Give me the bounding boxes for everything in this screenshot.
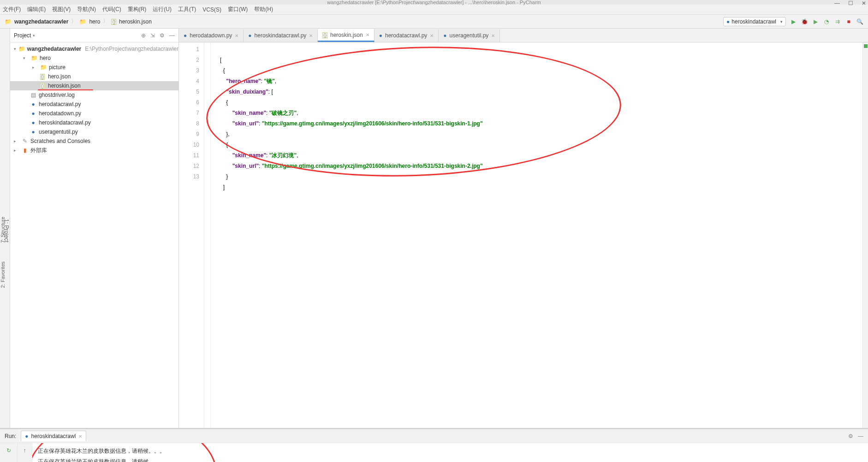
close-icon[interactable]: ✕ bbox=[366, 32, 369, 37]
run-toolbar-left2: ↑ ↓ ↩ ⤓ 🖶 🗑 bbox=[18, 443, 32, 462]
tree-file[interactable]: heroskindatacrawl.py bbox=[10, 118, 178, 127]
project-tree: ▾ wangzhedatacrawler E:\PythonProject\wa… bbox=[10, 42, 178, 157]
tab-label: herodatadown.py bbox=[190, 32, 232, 39]
menu-code[interactable]: 代码(C) bbox=[102, 6, 121, 13]
menu-refactor[interactable]: 重构(R) bbox=[128, 6, 147, 13]
stop-icon[interactable]: ■ bbox=[845, 18, 852, 25]
project-pane-title: Project bbox=[14, 32, 31, 39]
tree-label: ghostdriver.log bbox=[39, 92, 75, 98]
menu-navigate[interactable]: 导航(N) bbox=[77, 6, 96, 13]
close-icon[interactable]: ✕ bbox=[430, 33, 434, 38]
menu-vcs[interactable]: VCS(S) bbox=[202, 6, 221, 13]
window-title: wangzhedatacrawler [E:\PythonProject\wan… bbox=[327, 0, 541, 5]
search-icon[interactable]: 🔍 bbox=[856, 18, 863, 25]
tree-folder-hero[interactable]: ▾ hero bbox=[10, 53, 178, 63]
tree-extlib[interactable]: ▸ 外部库 bbox=[10, 146, 178, 155]
run-tab-label: heroskindatacrawl bbox=[31, 433, 76, 439]
run-icon[interactable]: ▶ bbox=[790, 18, 797, 25]
tree-folder-picture[interactable]: ▸ picture bbox=[10, 63, 178, 72]
tree-file[interactable]: ghostdriver.log bbox=[10, 90, 178, 100]
debug-icon[interactable]: 🐞 bbox=[801, 18, 808, 25]
locate-icon[interactable]: ⊕ bbox=[141, 32, 146, 39]
tree-file[interactable]: herodatacrawl.py bbox=[10, 100, 178, 109]
editor[interactable]: 12345678910111213 [ { "hero_name": "镜", … bbox=[179, 42, 868, 428]
tree-label: Scratches and Consoles bbox=[30, 138, 90, 144]
structure-toolwindow-tab[interactable]: 7: Structure bbox=[0, 217, 10, 243]
tree-file-heroskin[interactable]: heroskin.json bbox=[10, 81, 178, 90]
folder-icon bbox=[79, 18, 86, 25]
up-icon[interactable]: ↑ bbox=[20, 446, 30, 455]
close-icon[interactable]: ✕ bbox=[491, 33, 495, 38]
tree-file[interactable]: herodatadown.py bbox=[10, 109, 178, 118]
chevron-right-icon: 〉 bbox=[103, 18, 108, 25]
gear-icon[interactable]: ⚙ bbox=[848, 433, 853, 439]
python-icon bbox=[30, 128, 37, 136]
json-icon bbox=[39, 73, 46, 80]
menu-window[interactable]: 窗口(W) bbox=[228, 6, 248, 13]
favorites-toolwindow-tab[interactable]: 2: Favorites bbox=[0, 261, 10, 288]
close-icon[interactable]: ✕ bbox=[235, 33, 238, 38]
chevron-right-icon: ▸ bbox=[32, 65, 38, 70]
console-line: 正在保存英雄兰陵王的皮肤数据信息，请稍候。。。 bbox=[38, 456, 862, 462]
down-icon[interactable]: ↓ bbox=[20, 459, 30, 462]
concurrency-icon[interactable]: ⇉ bbox=[834, 18, 841, 25]
tab-herodatadown[interactable]: herodatadown.py✕ bbox=[179, 29, 244, 42]
tree-label: herodatadown.py bbox=[39, 110, 81, 117]
tree-file[interactable]: hero.json bbox=[10, 72, 178, 81]
line-number-gutter: 12345678910111213 bbox=[179, 42, 204, 428]
menu-view[interactable]: 视图(V) bbox=[52, 6, 71, 13]
navigation-bar: wangzhedatacrawler 〉 hero 〉 heroskin.jso… bbox=[0, 15, 868, 29]
breadcrumb-project[interactable]: wangzhedatacrawler bbox=[14, 18, 68, 25]
breadcrumb: wangzhedatacrawler 〉 hero 〉 heroskin.jso… bbox=[0, 18, 156, 25]
folder-icon bbox=[30, 54, 38, 62]
scratch-icon bbox=[21, 137, 29, 145]
close-icon[interactable]: ✕ bbox=[78, 434, 82, 439]
folder-icon bbox=[40, 64, 47, 71]
close-icon[interactable]: ✕ bbox=[309, 33, 313, 38]
tab-label: herodatacrawl.py bbox=[385, 32, 427, 39]
error-stripe[interactable] bbox=[862, 42, 868, 428]
menu-file[interactable]: 文件(F) bbox=[3, 6, 21, 13]
run-tab[interactable]: heroskindatacrawl ✕ bbox=[21, 431, 86, 441]
coverage-icon[interactable]: ▶ bbox=[812, 18, 819, 25]
menu-run[interactable]: 运行(U) bbox=[153, 6, 172, 13]
tab-heroskindatacrawl[interactable]: heroskindatacrawl.py✕ bbox=[244, 29, 318, 42]
minimize-button[interactable]: — bbox=[834, 0, 840, 6]
python-icon bbox=[184, 32, 187, 39]
breadcrumb-folder[interactable]: hero bbox=[89, 18, 100, 25]
code-content[interactable]: [ { "hero_name": "镜", "skin_duixiang": [… bbox=[211, 42, 862, 428]
tree-label: useragentutil.py bbox=[39, 129, 78, 135]
menu-tools[interactable]: 工具(T) bbox=[178, 6, 196, 13]
profile-icon[interactable]: ◔ bbox=[823, 18, 830, 25]
library-icon bbox=[21, 147, 29, 154]
python-icon bbox=[25, 433, 28, 439]
titlebar: wangzhedatacrawler [E:\PythonProject\wan… bbox=[0, 0, 868, 5]
python-icon bbox=[30, 101, 37, 108]
rerun-icon[interactable]: ↻ bbox=[4, 446, 13, 455]
console-output[interactable]: 正在保存英雄花木兰的皮肤数据信息，请稍候。。。 正在保存英雄兰陵王的皮肤数据信息… bbox=[32, 443, 868, 462]
menu-help[interactable]: 帮助(H) bbox=[254, 6, 273, 13]
hide-icon[interactable]: — bbox=[858, 433, 863, 439]
project-toolwindow: Project ▾ ⊕ ⇲ ⚙ — ▾ wangzhedatacrawler E… bbox=[10, 29, 179, 428]
python-icon bbox=[379, 32, 382, 39]
tree-root-hint: E:\PythonProject\wangzhedatacrawler bbox=[85, 46, 178, 52]
tree-scratches[interactable]: ▸ Scratches and Consoles bbox=[10, 136, 178, 146]
tree-label: herodatacrawl.py bbox=[39, 101, 81, 107]
gear-icon[interactable]: ⚙ bbox=[160, 32, 165, 39]
menu-edit[interactable]: 编辑(E) bbox=[27, 6, 46, 13]
breadcrumb-file[interactable]: heroskin.json bbox=[119, 18, 152, 25]
hide-icon[interactable]: — bbox=[169, 32, 175, 39]
stop-icon[interactable]: ■ bbox=[4, 459, 13, 462]
close-button[interactable]: ✕ bbox=[862, 0, 866, 6]
tab-useragentutil[interactable]: useragentutil.py✕ bbox=[439, 29, 500, 42]
tree-root[interactable]: ▾ wangzhedatacrawler E:\PythonProject\wa… bbox=[10, 44, 178, 53]
run-config-selector[interactable]: heroskindatacrawl bbox=[723, 17, 786, 26]
maximize-button[interactable]: ☐ bbox=[848, 0, 853, 6]
tree-file[interactable]: useragentutil.py bbox=[10, 127, 178, 136]
chevron-down-icon[interactable]: ▾ bbox=[33, 33, 35, 38]
tree-root-label: wangzhedatacrawler bbox=[27, 46, 81, 52]
fold-gutter[interactable] bbox=[204, 42, 211, 428]
expand-icon[interactable]: ⇲ bbox=[150, 32, 155, 39]
tab-herodatacrawl[interactable]: herodatacrawl.py✕ bbox=[375, 29, 439, 42]
tab-heroskin-json[interactable]: heroskin.json✕ bbox=[318, 29, 374, 42]
